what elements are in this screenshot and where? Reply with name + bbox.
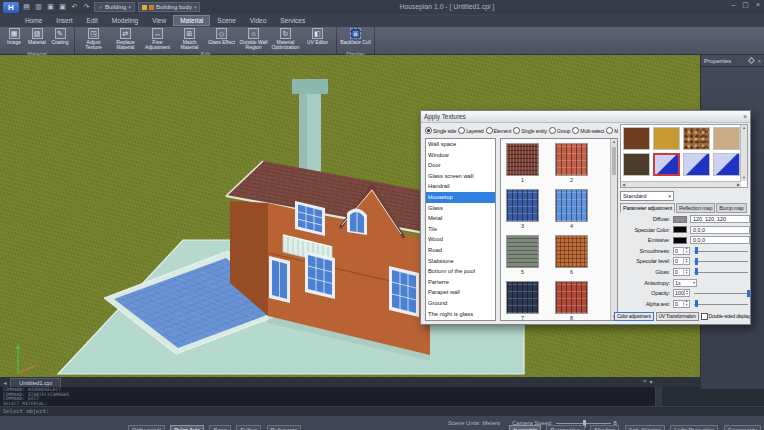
community-button[interactable]: Community bbox=[724, 425, 761, 430]
material-swatch[interactable] bbox=[713, 153, 740, 176]
scroll-right-icon[interactable]: ▶ bbox=[737, 182, 740, 187]
list-item[interactable]: Metal bbox=[426, 213, 495, 224]
tab-edit[interactable]: Edit bbox=[80, 15, 105, 26]
undo-icon[interactable]: ↶ bbox=[70, 1, 79, 13]
ribbon-item-free-adjustment[interactable]: ↔ Free Adjustment bbox=[142, 28, 173, 51]
list-item[interactable]: Glass bbox=[426, 203, 495, 214]
color-adjustment-button[interactable]: Color adjustment bbox=[614, 312, 654, 321]
scroll-up-icon[interactable]: ▲ bbox=[612, 139, 616, 145]
ribbon-item-material-optimization[interactable]: ↻ Material Optimization bbox=[270, 28, 301, 51]
tab-home[interactable]: Home bbox=[18, 15, 49, 26]
material-swatch[interactable] bbox=[623, 127, 650, 150]
console-tab-untitled[interactable]: Untitled1.cpi bbox=[10, 378, 61, 387]
specular-color-swatch[interactable] bbox=[673, 226, 687, 233]
list-item-selected[interactable]: Housetop bbox=[426, 192, 495, 203]
gloss-slider[interactable] bbox=[694, 268, 750, 276]
list-item[interactable]: Tile bbox=[426, 224, 495, 235]
snap-button[interactable]: Snap bbox=[209, 425, 231, 430]
tab-reflection-map[interactable]: Reflection map bbox=[676, 203, 715, 213]
save-icon[interactable]: ▣ bbox=[46, 1, 55, 13]
smoothness-slider[interactable] bbox=[694, 247, 750, 255]
minimize-button[interactable]: – bbox=[731, 1, 735, 9]
list-item[interactable]: Road bbox=[426, 245, 495, 256]
swatch-panel-hscrollbar[interactable]: ◀ ▶ bbox=[621, 181, 741, 187]
building-dropdown[interactable]: ✓ Building ▾ bbox=[94, 2, 135, 12]
new-file-icon[interactable]: ▤ bbox=[22, 1, 31, 13]
opacity-slider[interactable] bbox=[694, 289, 750, 297]
open-file-icon[interactable]: ▥ bbox=[34, 1, 43, 13]
material-swatch-selected[interactable] bbox=[653, 153, 680, 176]
alpha-test-spinner[interactable]: 0▲▼ bbox=[673, 300, 690, 308]
pin-icon[interactable] bbox=[749, 56, 754, 66]
opacity-spinner[interactable]: 100▲▼ bbox=[673, 289, 690, 297]
texture-tile[interactable] bbox=[506, 189, 539, 222]
building-body-dropdown[interactable]: Building body ▾ bbox=[138, 2, 201, 12]
radio-multipolygon[interactable]: MultiPolygon bbox=[606, 127, 618, 134]
radio-multi-select[interactable]: Multi-select bbox=[572, 127, 604, 134]
list-item[interactable]: Wall space bbox=[426, 139, 495, 150]
ribbon-item-material[interactable]: ▨ Material bbox=[26, 28, 48, 51]
texture-tile[interactable] bbox=[555, 143, 588, 176]
dialog-title-bar[interactable]: Apply Textures × bbox=[421, 111, 750, 123]
ribbon-item-backface-cull[interactable]: ▣ Backface Cull bbox=[340, 28, 371, 51]
close-button[interactable]: × bbox=[756, 1, 760, 9]
scroll-left-icon[interactable]: ◀ bbox=[622, 182, 625, 187]
list-item[interactable]: Handrail bbox=[426, 181, 495, 192]
list-item[interactable]: Slabstone bbox=[426, 256, 495, 267]
ribbon-item-adjust-texture[interactable]: ◳ Adjust Texture bbox=[78, 28, 109, 51]
ribbon-item-image[interactable]: ▦ Image bbox=[3, 28, 25, 51]
list-item[interactable]: Ground bbox=[426, 298, 495, 309]
console-log[interactable]: COMMAND: HIDENOSELECT COMMAND: STARTFLYC… bbox=[0, 387, 656, 406]
maximize-button[interactable]: ▢ bbox=[742, 1, 749, 9]
double-sided-display-checkbox[interactable]: Double-sided display bbox=[701, 313, 750, 320]
list-item[interactable]: Door bbox=[426, 160, 495, 171]
anti-aliasing-button[interactable]: Anti-Aliasing bbox=[625, 425, 665, 430]
smoothness-spinner[interactable]: 0▲▼ bbox=[673, 247, 690, 255]
polar-axis-button[interactable]: Polar Axis bbox=[170, 425, 204, 430]
tab-parameter-adjustment[interactable]: Parameter adjustment bbox=[620, 203, 675, 213]
swatch-panel-scrollbar[interactable]: ▲ ▼ bbox=[740, 125, 747, 181]
texture-tile[interactable] bbox=[555, 281, 588, 314]
list-item[interactable]: Wood bbox=[426, 234, 495, 245]
close-panel-icon[interactable]: × bbox=[757, 56, 761, 66]
gloss-spinner[interactable]: 0▲▼ bbox=[673, 268, 690, 276]
ribbon-item-replace-material[interactable]: ⇄ Replace Material bbox=[110, 28, 141, 51]
ribbon-item-outside-wall-region[interactable]: ⌂ Outside Wall Region bbox=[238, 28, 269, 51]
list-item[interactable]: Window bbox=[426, 150, 495, 161]
specular-level-slider[interactable] bbox=[694, 257, 750, 265]
dialog-close-icon[interactable]: × bbox=[743, 112, 747, 122]
perspective-button[interactable]: Perspective bbox=[546, 425, 584, 430]
texture-tile[interactable] bbox=[506, 235, 539, 268]
emissive-color-swatch[interactable] bbox=[673, 237, 687, 244]
material-type-select[interactable]: Standard ▾ bbox=[620, 191, 674, 201]
ribbon-item-coating[interactable]: ✎ Coating bbox=[49, 28, 71, 51]
tab-video[interactable]: Video bbox=[243, 15, 274, 26]
console-menu-icon[interactable]: ▾ bbox=[650, 378, 653, 385]
material-swatch[interactable] bbox=[713, 127, 740, 150]
scroll-up-icon[interactable]: ▲ bbox=[742, 125, 746, 131]
texture-tile[interactable] bbox=[506, 143, 539, 176]
radio-group[interactable]: Group bbox=[549, 127, 570, 134]
list-item[interactable]: Parterre bbox=[426, 277, 495, 288]
alpha-test-slider[interactable] bbox=[694, 300, 750, 308]
radio-layered[interactable]: Layered bbox=[458, 127, 483, 134]
console-close-icon[interactable]: × bbox=[643, 378, 647, 385]
emissive-value-field[interactable]: 0,0,0 bbox=[690, 236, 750, 244]
material-swatch[interactable] bbox=[653, 127, 680, 150]
radio-single-side[interactable]: Single side bbox=[425, 127, 456, 134]
ribbon-item-glass-effect[interactable]: ◇ Glass Effect bbox=[206, 28, 237, 51]
tab-view[interactable]: View bbox=[145, 15, 173, 26]
ribbon-item-match-material[interactable]: ⊞ Match Material bbox=[174, 28, 205, 51]
tab-bump-map[interactable]: Bump map bbox=[716, 203, 746, 213]
command-prompt[interactable]: Select object: bbox=[0, 406, 764, 415]
save-all-icon[interactable]: ▣ bbox=[58, 1, 67, 13]
material-swatch[interactable] bbox=[623, 153, 650, 176]
radio-element[interactable]: Element bbox=[486, 127, 512, 134]
tab-services[interactable]: Services bbox=[273, 15, 312, 26]
texture-tile[interactable] bbox=[506, 281, 539, 314]
ribbon-item-uv-editor[interactable]: ◧ UV Editor bbox=[302, 28, 333, 51]
light-projection-button[interactable]: Light Projection bbox=[670, 425, 718, 430]
tab-modeling[interactable]: Modeling bbox=[105, 15, 145, 26]
list-item[interactable]: The night is glass bbox=[426, 309, 495, 320]
scroll-down-icon[interactable]: ▼ bbox=[742, 175, 746, 181]
